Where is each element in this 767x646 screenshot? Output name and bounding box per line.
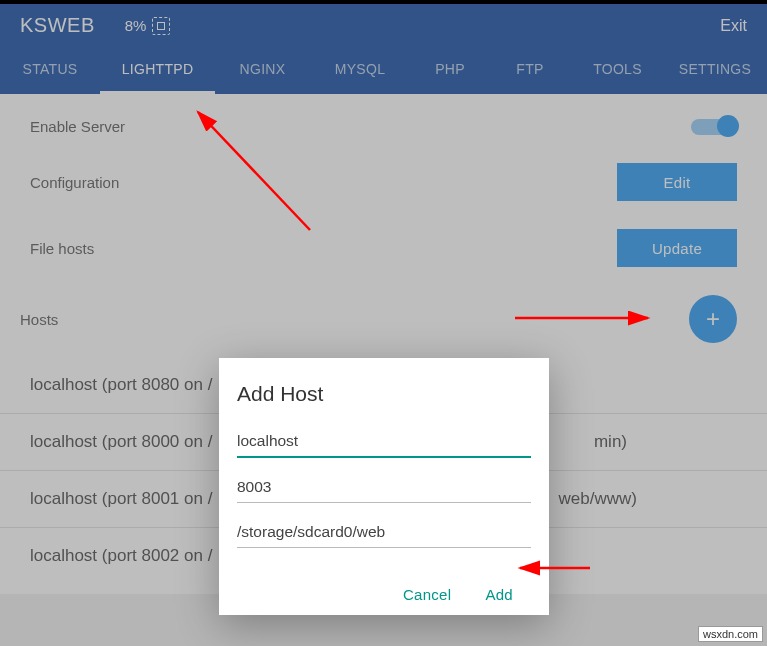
path-input[interactable] xyxy=(237,517,531,548)
host-input[interactable] xyxy=(237,426,531,458)
add-host-dialog: Add Host Cancel Add xyxy=(219,358,549,615)
add-button[interactable]: Add xyxy=(485,586,513,603)
port-input[interactable] xyxy=(237,472,531,503)
dialog-title: Add Host xyxy=(237,382,531,406)
cancel-button[interactable]: Cancel xyxy=(403,586,452,603)
watermark: wsxdn.com xyxy=(698,626,763,642)
